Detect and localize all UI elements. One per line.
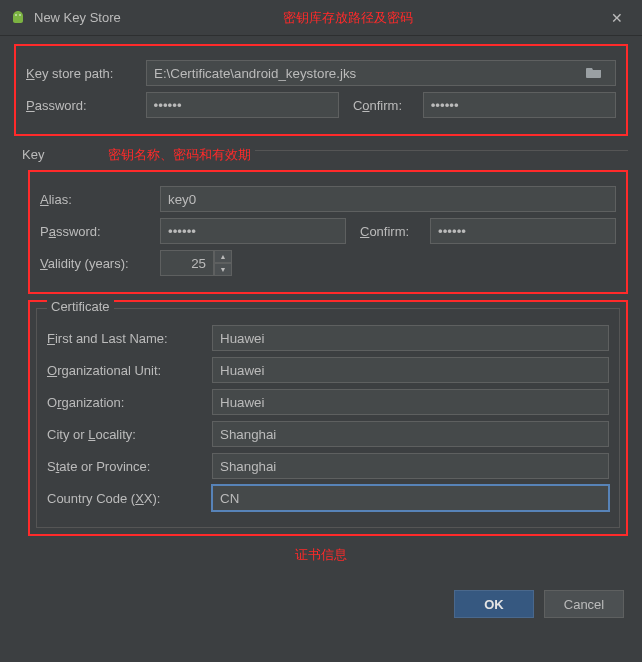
- org-unit-label: Organizational Unit:: [47, 363, 212, 378]
- cancel-button[interactable]: Cancel: [544, 590, 624, 618]
- browse-folder-icon[interactable]: [580, 66, 608, 81]
- validity-label: Validity (years):: [40, 256, 160, 271]
- validity-up-button[interactable]: ▲: [214, 250, 232, 263]
- annotation-certificate: 证书信息: [14, 546, 628, 564]
- first-last-name-input[interactable]: [212, 325, 609, 351]
- annotation-box-keystore: Key store path: Password: Confirm:: [14, 44, 628, 136]
- organization-label: Organization:: [47, 395, 212, 410]
- key-password-label: Password:: [40, 224, 160, 239]
- org-unit-input[interactable]: [212, 357, 609, 383]
- android-icon: [10, 10, 26, 26]
- button-bar: OK Cancel: [0, 578, 642, 630]
- validity-spinner: ▲ ▼: [160, 250, 236, 276]
- state-label: State or Province:: [47, 459, 212, 474]
- country-label: Country Code (XX):: [47, 491, 212, 506]
- city-input[interactable]: [212, 421, 609, 447]
- key-confirm-label: Confirm:: [360, 224, 430, 239]
- certificate-legend: Certificate: [47, 299, 114, 314]
- keystore-confirm-input[interactable]: [423, 92, 616, 118]
- validity-down-button[interactable]: ▼: [214, 263, 232, 276]
- window-title: New Key Store: [34, 10, 223, 25]
- alias-input[interactable]: [160, 186, 616, 212]
- annotation-box-certificate: Certificate First and Last Name: Organiz…: [28, 300, 628, 536]
- close-button[interactable]: ✕: [602, 10, 632, 26]
- annotation-box-key: Alias: Password: Confirm: Validity (year…: [28, 170, 628, 294]
- key-section-label: Key: [22, 147, 44, 162]
- validity-input[interactable]: [160, 250, 214, 276]
- keystore-password-label: Password:: [26, 98, 146, 113]
- key-password-input[interactable]: [160, 218, 346, 244]
- city-label: City or Locality:: [47, 427, 212, 442]
- ok-button[interactable]: OK: [454, 590, 534, 618]
- keystore-path-label: Key store path:: [26, 66, 146, 81]
- key-confirm-input[interactable]: [430, 218, 616, 244]
- certificate-section: Certificate First and Last Name: Organiz…: [36, 308, 620, 528]
- dialog-content: Key store path: Password: Confirm: Key 密…: [0, 36, 642, 578]
- country-code-input[interactable]: [212, 485, 609, 511]
- key-section: Key 密钥名称、密码和有效期 Alias: Password: Confirm…: [14, 150, 628, 564]
- keystore-path-input[interactable]: [154, 66, 606, 81]
- keystore-path-field-wrap: [146, 60, 616, 86]
- svg-point-0: [15, 14, 17, 16]
- annotation-key: 密钥名称、密码和有效期: [108, 147, 251, 162]
- organization-input[interactable]: [212, 389, 609, 415]
- svg-point-1: [19, 14, 21, 16]
- annotation-keystore: 密钥库存放路径及密码: [283, 9, 413, 27]
- state-input[interactable]: [212, 453, 609, 479]
- keystore-password-input[interactable]: [146, 92, 339, 118]
- first-last-name-label: First and Last Name:: [47, 331, 212, 346]
- alias-label: Alias:: [40, 192, 160, 207]
- titlebar: New Key Store 密钥库存放路径及密码 ✕: [0, 0, 642, 36]
- keystore-confirm-label: Confirm:: [353, 98, 423, 113]
